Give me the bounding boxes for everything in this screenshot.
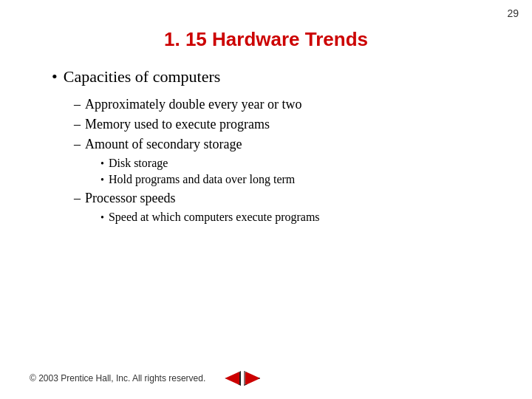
sub-list: – Approximately double every year or two… (52, 97, 502, 224)
sub-sub-item-2-0-text: Disk storage (109, 157, 168, 170)
sub-item-0: – Approximately double every year or two (74, 97, 502, 112)
sub-sub-item-2-0: • Disk storage (100, 157, 502, 170)
sub-item-3-text: Processor speeds (85, 191, 175, 206)
footer: © 2003 Prentice Hall, Inc. All rights re… (30, 371, 502, 386)
sub-sub-item-3-0-text: Speed at which computers execute program… (109, 211, 320, 224)
sub-sub-list-2: • Disk storage • Hold programs and data … (74, 157, 502, 186)
bullet-sm-2-0: • (100, 158, 104, 170)
prev-button[interactable] (225, 371, 241, 386)
sub-item-1: – Memory used to execute programs (74, 117, 502, 132)
bullet-sm-3-0: • (100, 212, 104, 224)
bullet-sm-2-1: • (100, 174, 104, 186)
dash-3: – (74, 191, 81, 206)
sub-item-3: – Processor speeds (74, 191, 502, 206)
dash-1: – (74, 117, 81, 132)
dash-0: – (74, 97, 81, 112)
content-area: • Capacities of computers – Approximatel… (30, 67, 502, 224)
slide-title: 1. 15 Hardware Trends (30, 28, 502, 51)
next-button[interactable] (244, 371, 260, 386)
sub-item-0-text: Approximately double every year or two (85, 97, 301, 112)
main-bullet: • Capacities of computers (52, 67, 502, 86)
bullet-dot: • (52, 67, 58, 86)
sub-item-1-text: Memory used to execute programs (85, 117, 270, 132)
sub-sub-item-2-1-text: Hold programs and data over long term (109, 173, 295, 186)
dash-2: – (74, 137, 81, 152)
slide-number: 29 (507, 7, 519, 19)
sub-sub-item-2-1: • Hold programs and data over long term (100, 173, 502, 186)
sub-sub-list-3: • Speed at which computers execute progr… (74, 211, 502, 224)
slide: 29 1. 15 Hardware Trends • Capacities of… (0, 0, 532, 399)
nav-buttons (225, 371, 260, 386)
main-bullet-text: Capacities of computers (64, 67, 221, 86)
sub-item-2: – Amount of secondary storage (74, 137, 502, 152)
copyright-text: © 2003 Prentice Hall, Inc. All rights re… (30, 373, 205, 383)
sub-sub-item-3-0: • Speed at which computers execute progr… (100, 211, 502, 224)
sub-item-2-text: Amount of secondary storage (85, 137, 242, 152)
